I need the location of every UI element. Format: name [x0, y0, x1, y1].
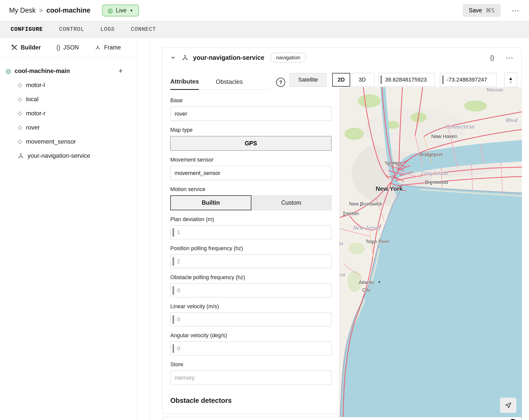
map-label: ia	[339, 240, 343, 247]
code-view-icon[interactable]: {}	[490, 54, 494, 61]
drag-handle[interactable]	[173, 315, 174, 324]
latitude-input[interactable]	[385, 76, 435, 83]
store-input[interactable]	[170, 371, 331, 385]
mode-builder-label: Builder	[21, 44, 41, 51]
component-icon: ◇	[18, 96, 22, 102]
position-polling-input[interactable]	[177, 255, 331, 268]
machine-icon: ◎	[6, 67, 11, 75]
header-actions: Save ⌘S ⋯	[463, 4, 520, 17]
save-shortcut: ⌘S	[486, 7, 495, 14]
card-header: your-navigation-service navigation {} ⋯	[162, 48, 521, 67]
drag-handle[interactable]	[380, 75, 382, 84]
tree-root-machine[interactable]: ◎ cool-machine-main +	[0, 64, 137, 78]
plan-deviation-wrap	[170, 225, 331, 239]
longitude-input-wrap	[440, 73, 496, 87]
main-nav-tabs: CONFIGURE CONTROL LOGS CONNECT	[0, 21, 529, 38]
tools-icon	[11, 44, 18, 51]
tab-attributes[interactable]: Attributes	[170, 73, 199, 90]
plan-deviation-input[interactable]	[177, 226, 331, 239]
navigation-map[interactable]: Massac Rhod Connecticut New Haven Bridge…	[339, 87, 522, 420]
mode-frame[interactable]: Frame	[94, 44, 121, 51]
map-label: Trenton	[343, 211, 359, 216]
map-type-gps-button[interactable]: GPS	[170, 136, 331, 151]
map-label: City	[362, 287, 371, 293]
motion-service-custom[interactable]: Custom	[251, 195, 332, 210]
base-input[interactable]	[170, 107, 331, 121]
tree-item-navigation-service[interactable]: your-navigation-service	[0, 149, 137, 163]
config-sidebar: Builder {} JSON Frame ◎ cool-machine-mai…	[0, 38, 137, 420]
live-status-dropdown[interactable]: ◎ Live ▼	[102, 5, 139, 16]
tree-item-label: motor-l	[26, 82, 45, 89]
motion-service-segmented: Builtin Custom	[170, 195, 331, 210]
map-label: New Jersey	[353, 224, 381, 231]
tree-item-movement-sensor[interactable]: ◇ movement_sensor	[0, 135, 137, 149]
drag-handle[interactable]	[442, 75, 444, 84]
tree-item-label: local	[26, 96, 38, 103]
step-down-icon: ▼	[509, 81, 512, 84]
card-overflow-menu[interactable]: ⋯	[506, 53, 514, 62]
help-icon[interactable]: ?	[276, 78, 285, 87]
machine-name: cool-machine-main	[15, 67, 70, 74]
tree-item-label: movement_sensor	[26, 138, 76, 145]
component-icon: ◇	[18, 110, 22, 117]
satellite-toggle-button[interactable]: Satellite	[290, 73, 326, 87]
axes-icon	[94, 44, 101, 51]
card-title: your-navigation-service	[193, 54, 264, 61]
drag-handle[interactable]	[173, 257, 174, 266]
breadcrumb-root[interactable]: My Desk	[9, 7, 36, 14]
position-polling-wrap	[170, 254, 331, 268]
field-label-base: Base	[170, 97, 331, 104]
card-body: Attributes Obstacles ? Satellite 2D 3D ▲	[162, 67, 521, 413]
map-render	[339, 87, 522, 420]
motion-service-builtin[interactable]: Builtin	[170, 195, 251, 210]
field-label-position-polling: Position polling frequency (hz)	[170, 245, 331, 252]
map-label: Brentwood	[425, 179, 448, 185]
tab-logs[interactable]: LOGS	[100, 25, 115, 34]
drag-handle[interactable]	[173, 286, 174, 295]
locate-button[interactable]	[500, 398, 516, 413]
sidebar-mode-toggle: Builder {} JSON Frame	[0, 38, 137, 57]
breadcrumb: My Desk > cool-machine	[9, 7, 90, 14]
map-label: Long Island	[421, 170, 448, 176]
coordinate-stepper[interactable]: ▲ ▼	[504, 72, 517, 87]
component-icon: ◇	[18, 124, 22, 131]
tree-item-motor-r[interactable]: ◇ motor-r	[0, 106, 137, 120]
header-overflow-menu[interactable]: ⋯	[512, 6, 520, 15]
mode-json[interactable]: {} JSON	[56, 44, 79, 51]
map-label: Massac	[487, 87, 503, 93]
movement-sensor-input[interactable]	[170, 166, 331, 180]
info-icon[interactable]: i	[509, 419, 516, 420]
obstacle-polling-wrap	[170, 283, 331, 297]
map-label: nd	[340, 272, 345, 278]
tab-obstacles[interactable]: Obstacles	[216, 73, 243, 89]
chevron-down-icon: ▼	[130, 8, 133, 13]
mode-builder[interactable]: Builder	[11, 44, 41, 51]
angular-velocity-input[interactable]	[177, 342, 331, 355]
drag-handle[interactable]	[173, 344, 174, 353]
mode-json-label: JSON	[63, 44, 79, 51]
tab-connect[interactable]: CONNECT	[130, 25, 156, 34]
longitude-input[interactable]	[447, 76, 496, 83]
step-up-icon: ▲	[508, 76, 513, 81]
field-label-motion-service: Motion service	[170, 186, 331, 193]
add-component-button[interactable]: +	[118, 67, 123, 75]
latitude-input-wrap	[378, 73, 435, 87]
tab-control[interactable]: CONTROL	[59, 25, 85, 34]
map-2d-button[interactable]: 2D	[332, 73, 350, 87]
obstacle-detectors-heading: Obstacle detectors	[170, 397, 331, 405]
panel-tabs: Attributes Obstacles	[170, 73, 270, 90]
map-3d-button[interactable]: 3D	[350, 73, 375, 87]
tab-configure[interactable]: CONFIGURE	[10, 25, 43, 34]
component-icon: ◇	[18, 82, 22, 88]
config-content: your-navigation-service navigation {} ⋯ …	[137, 38, 529, 420]
collapse-chevron-icon[interactable]	[170, 55, 176, 61]
tree-item-motor-l[interactable]: ◇ motor-l	[0, 78, 137, 92]
save-button[interactable]: Save ⌘S	[463, 4, 501, 17]
field-label-store: Store	[170, 361, 331, 368]
map-label: Atlantic	[359, 280, 374, 285]
tree-item-local[interactable]: ◇ local	[0, 92, 137, 106]
obstacle-polling-input[interactable]	[177, 284, 331, 297]
tree-item-rover[interactable]: ◇ rover	[0, 120, 137, 135]
linear-velocity-input[interactable]	[177, 313, 331, 326]
drag-handle[interactable]	[173, 228, 174, 237]
